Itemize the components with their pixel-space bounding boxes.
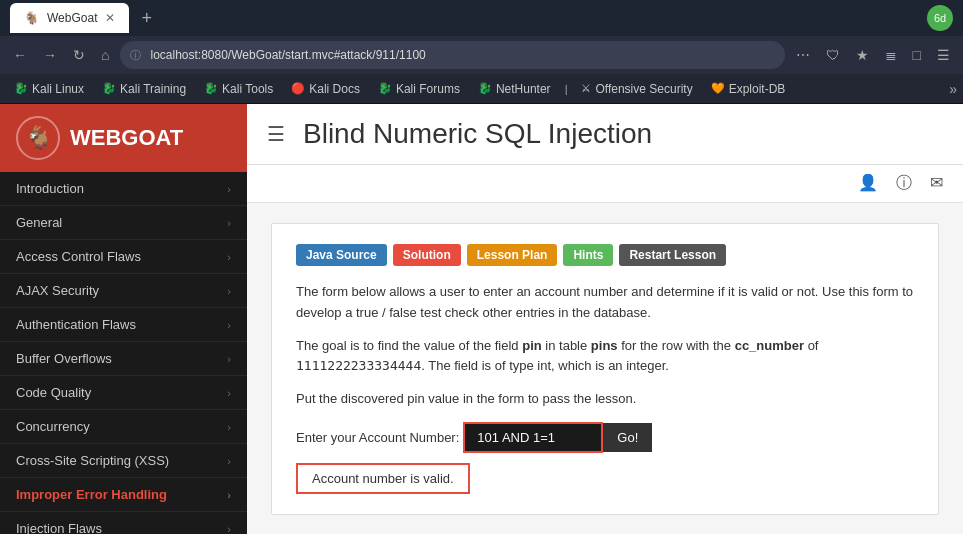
bookmark-kali-tools[interactable]: 🐉 Kali Tools: [196, 79, 281, 99]
lock-icon: ⓘ: [130, 48, 141, 63]
bookmark-kali-docs-label: Kali Docs: [309, 82, 360, 96]
reload-button[interactable]: ↻: [68, 43, 90, 67]
sidebar-item-code-label: Code Quality: [16, 385, 91, 400]
kali-training-icon: 🐉: [102, 82, 116, 95]
new-tab-button[interactable]: +: [141, 8, 152, 29]
bookmark-kali-linux[interactable]: 🐉 Kali Linux: [6, 79, 92, 99]
back-button[interactable]: ←: [8, 43, 32, 67]
envelope-icon[interactable]: ✉: [930, 173, 943, 194]
browser-nav-bar: ← → ↻ ⌂ ⓘ ⋯ 🛡 ★ ≣ □ ☰: [0, 36, 963, 74]
hamburger-icon[interactable]: ☰: [267, 122, 285, 146]
more-options-button[interactable]: ⋯: [791, 43, 815, 67]
browser-tab[interactable]: 🐐 WebGoat ✕: [10, 3, 129, 33]
bookmarks-more-button[interactable]: »: [949, 81, 957, 97]
lesson-plan-button[interactable]: Lesson Plan: [467, 244, 558, 266]
tab-title: WebGoat: [47, 11, 97, 25]
app-layout: 🐐 WEBGOAT Introduction › General › Acces…: [0, 104, 963, 534]
page-header: ☰ Blind Numeric SQL Injection: [247, 104, 963, 165]
sidebar-item-improper-error[interactable]: Improper Error Handling ›: [0, 478, 247, 512]
browser-title-bar: 🐐 WebGoat ✕ + 6d: [0, 0, 963, 36]
lesson-card: Java Source Solution Lesson Plan Hints R…: [271, 223, 939, 515]
sidebar-item-introduction-label: Introduction: [16, 181, 84, 196]
library-icon[interactable]: ≣: [880, 43, 902, 67]
bookmarks-bar: 🐉 Kali Linux 🐉 Kali Training 🐉 Kali Tool…: [0, 74, 963, 104]
field-pin: pin: [522, 338, 542, 353]
sidebar-item-ajax-security[interactable]: AJAX Security ›: [0, 274, 247, 308]
paragraph-1: The form below allows a user to enter an…: [296, 282, 914, 324]
bookmark-offensive-security-label: Offensive Security: [595, 82, 692, 96]
result-box: Account number is valid.: [296, 463, 470, 494]
solution-button[interactable]: Solution: [393, 244, 461, 266]
sidebar-item-auth-label: Authentication Flaws: [16, 317, 136, 332]
lesson-button-row: Java Source Solution Lesson Plan Hints R…: [296, 244, 914, 266]
paragraph-3: Put the discovered pin value in the form…: [296, 389, 914, 410]
bookmark-offensive-security[interactable]: ⚔ Offensive Security: [573, 79, 700, 99]
user-avatar: 6d: [927, 5, 953, 31]
bookmark-nethunter-label: NetHunter: [496, 82, 551, 96]
forward-button[interactable]: →: [38, 43, 62, 67]
bookmark-kali-training[interactable]: 🐉 Kali Training: [94, 79, 194, 99]
offensive-security-icon: ⚔: [581, 82, 591, 95]
bookmark-kali-linux-label: Kali Linux: [32, 82, 84, 96]
restart-lesson-button[interactable]: Restart Lesson: [619, 244, 726, 266]
sidebar-item-xss-label: Cross-Site Scripting (XSS): [16, 453, 169, 468]
address-bar-wrapper: ⓘ: [120, 41, 784, 69]
sidebar-item-improper-label: Improper Error Handling: [16, 487, 167, 502]
chevron-right-icon: ›: [227, 319, 231, 331]
bookmark-kali-docs[interactable]: 🔴 Kali Docs: [283, 79, 368, 99]
info-icon[interactable]: ⓘ: [896, 173, 912, 194]
sidebar-item-access-control-label: Access Control Flaws: [16, 249, 141, 264]
bookmark-kali-forums[interactable]: 🐉 Kali Forums: [370, 79, 468, 99]
nethunter-icon: 🐉: [478, 82, 492, 95]
separator: |: [561, 83, 572, 95]
tab-manager-icon[interactable]: □: [908, 43, 926, 67]
sidebar-item-xss[interactable]: Cross-Site Scripting (XSS) ›: [0, 444, 247, 478]
paragraph-2: The goal is to find the value of the fie…: [296, 336, 914, 378]
user-icon[interactable]: 👤: [858, 173, 878, 194]
sidebar-item-access-control-flaws[interactable]: Access Control Flaws ›: [0, 240, 247, 274]
chevron-right-icon-active: ›: [227, 489, 231, 501]
home-button[interactable]: ⌂: [96, 43, 114, 67]
field-cc-number: cc_number: [735, 338, 804, 353]
sidebar: 🐐 WEBGOAT Introduction › General › Acces…: [0, 104, 247, 534]
hints-button[interactable]: Hints: [563, 244, 613, 266]
chevron-right-icon: ›: [227, 421, 231, 433]
sidebar-item-code-quality[interactable]: Code Quality ›: [0, 376, 247, 410]
account-number-input[interactable]: [463, 422, 603, 453]
tab-close-button[interactable]: ✕: [105, 11, 115, 25]
sidebar-item-general[interactable]: General ›: [0, 206, 247, 240]
table-pins: pins: [591, 338, 618, 353]
sidebar-item-buffer-label: Buffer Overflows: [16, 351, 112, 366]
sidebar-item-general-label: General: [16, 215, 62, 230]
main-toolbar: 👤 ⓘ ✉: [247, 165, 963, 203]
kali-docs-icon: 🔴: [291, 82, 305, 95]
shield-icon: 🛡: [821, 43, 845, 67]
kali-tools-icon: 🐉: [204, 82, 218, 95]
go-button[interactable]: Go!: [603, 423, 652, 452]
sidebar-item-injection-label: Injection Flaws: [16, 521, 102, 534]
address-input[interactable]: [120, 41, 784, 69]
chevron-right-icon: ›: [227, 387, 231, 399]
sidebar-item-authentication-flaws[interactable]: Authentication Flaws ›: [0, 308, 247, 342]
menu-icon[interactable]: ☰: [932, 43, 955, 67]
tab-favicon: 🐐: [24, 11, 39, 25]
page-title: Blind Numeric SQL Injection: [303, 118, 652, 150]
sidebar-logo-text: WEBGOAT: [70, 125, 183, 151]
cc-number-value: 1111222233334444: [296, 358, 421, 373]
sidebar-item-injection-flaws[interactable]: Injection Flaws ›: [0, 512, 247, 534]
kali-linux-icon: 🐉: [14, 82, 28, 95]
sidebar-item-introduction[interactable]: Introduction ›: [0, 172, 247, 206]
chevron-right-icon: ›: [227, 183, 231, 195]
sidebar-item-buffer-overflows[interactable]: Buffer Overflows ›: [0, 342, 247, 376]
sidebar-item-ajax-label: AJAX Security: [16, 283, 99, 298]
java-source-button[interactable]: Java Source: [296, 244, 387, 266]
bookmark-nethunter[interactable]: 🐉 NetHunter: [470, 79, 559, 99]
result-text: Account number is valid.: [312, 471, 454, 486]
bookmark-star-icon[interactable]: ★: [851, 43, 874, 67]
sidebar-item-concurrency-label: Concurrency: [16, 419, 90, 434]
bookmark-exploit-db[interactable]: 🧡 Exploit-DB: [703, 79, 794, 99]
sidebar-item-concurrency[interactable]: Concurrency ›: [0, 410, 247, 444]
main-content: ☰ Blind Numeric SQL Injection 👤 ⓘ ✉ Java…: [247, 104, 963, 534]
bookmark-exploit-db-label: Exploit-DB: [729, 82, 786, 96]
logo-goat-icon: 🐐: [16, 116, 60, 160]
